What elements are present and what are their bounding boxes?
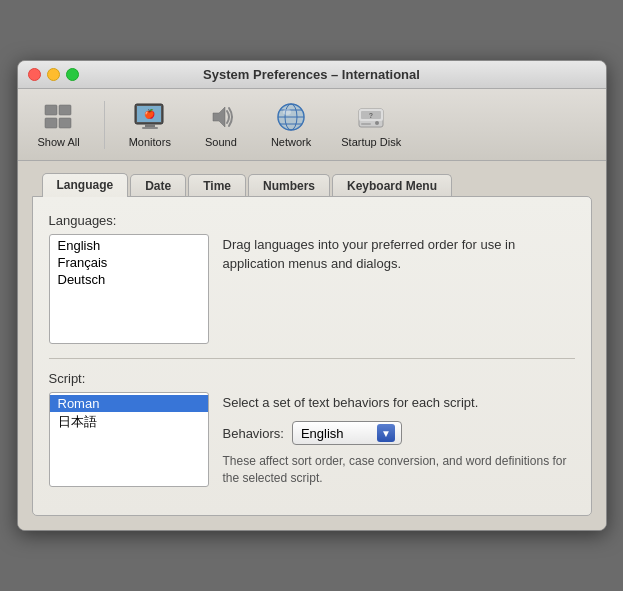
sound-label: Sound <box>205 136 237 148</box>
svg-rect-1 <box>59 105 71 115</box>
toolbar-separator-1 <box>104 101 105 149</box>
svg-text:🍎: 🍎 <box>143 108 155 120</box>
title-bar: System Preferences – International <box>18 61 606 89</box>
behaviors-footer: These affect sort order, case conversion… <box>223 453 575 487</box>
tab-numbers[interactable]: Numbers <box>248 174 330 197</box>
network-icon <box>275 101 307 133</box>
behaviors-row: Behaviors: English ▼ <box>223 421 575 445</box>
startup-disk-label: Startup Disk <box>341 136 401 148</box>
tabs-container: Language Date Time Numbers Keyboard Menu <box>32 173 592 197</box>
svg-rect-2 <box>45 118 57 128</box>
main-content: Language Date Time Numbers Keyboard Menu… <box>18 161 606 529</box>
list-item[interactable]: English <box>50 237 208 254</box>
panel: Languages: English Français Deutsch Drag… <box>32 196 592 515</box>
languages-list[interactable]: English Français Deutsch <box>49 234 209 344</box>
languages-columns: English Français Deutsch Drag languages … <box>49 234 575 344</box>
close-button[interactable] <box>28 68 41 81</box>
list-item[interactable]: Deutsch <box>50 271 208 288</box>
svg-text:?: ? <box>369 112 373 119</box>
show-all-icon <box>43 101 75 133</box>
list-item[interactable]: Roman <box>50 395 208 412</box>
svg-rect-6 <box>145 124 155 127</box>
svg-point-20 <box>375 121 379 125</box>
script-section: Script: Roman 日本語 Select a set of text b… <box>49 371 575 486</box>
languages-section: Languages: English Français Deutsch Drag… <box>49 213 575 344</box>
script-columns: Roman 日本語 Select a set of text behaviors… <box>49 392 575 486</box>
startup-disk-button[interactable]: ? Startup Disk <box>331 97 411 152</box>
tab-keyboard-menu[interactable]: Keyboard Menu <box>332 174 452 197</box>
tab-date[interactable]: Date <box>130 174 186 197</box>
minimize-button[interactable] <box>47 68 60 81</box>
show-all-label: Show All <box>38 136 80 148</box>
toolbar: Show All 🍎 Monitors <box>18 89 606 161</box>
section-divider <box>49 358 575 359</box>
show-all-button[interactable]: Show All <box>28 97 90 152</box>
svg-marker-9 <box>213 107 225 127</box>
languages-label: Languages: <box>49 213 575 228</box>
script-list[interactable]: Roman 日本語 <box>49 392 209 486</box>
window-controls <box>28 68 79 81</box>
network-label: Network <box>271 136 311 148</box>
languages-description: Drag languages into your preferred order… <box>223 234 575 344</box>
script-label: Script: <box>49 371 575 386</box>
sound-icon <box>205 101 237 133</box>
monitors-button[interactable]: 🍎 Monitors <box>119 97 181 152</box>
tab-time[interactable]: Time <box>188 174 246 197</box>
behaviors-value: English <box>301 426 344 441</box>
list-item[interactable]: Français <box>50 254 208 271</box>
window-title: System Preferences – International <box>203 67 420 82</box>
svg-rect-3 <box>59 118 71 128</box>
startup-disk-icon: ? <box>355 101 387 133</box>
maximize-button[interactable] <box>66 68 79 81</box>
svg-rect-0 <box>45 105 57 115</box>
list-item[interactable]: 日本語 <box>50 412 208 432</box>
tab-language[interactable]: Language <box>42 173 129 197</box>
script-right-panel: Select a set of text behaviors for each … <box>223 392 575 486</box>
behaviors-dropdown[interactable]: English ▼ <box>292 421 402 445</box>
svg-rect-21 <box>361 123 371 125</box>
sound-button[interactable]: Sound <box>191 97 251 152</box>
dropdown-arrow-icon: ▼ <box>377 424 395 442</box>
monitors-label: Monitors <box>129 136 171 148</box>
main-window: System Preferences – International Show … <box>17 60 607 530</box>
network-button[interactable]: Network <box>261 97 321 152</box>
svg-point-16 <box>283 109 291 115</box>
monitors-icon: 🍎 <box>134 101 166 133</box>
behaviors-label: Behaviors: <box>223 426 284 441</box>
svg-rect-7 <box>142 127 158 129</box>
script-description: Select a set of text behaviors for each … <box>223 392 575 413</box>
